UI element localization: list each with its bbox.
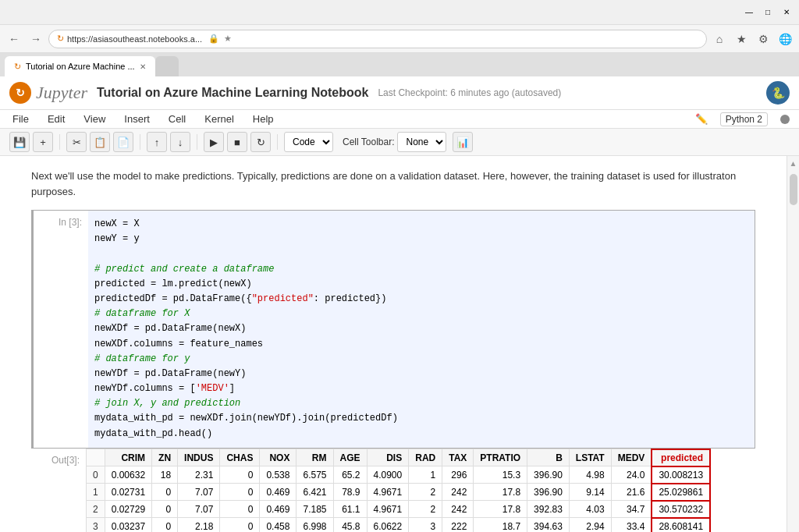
table-header-zn: ZN [152, 449, 178, 466]
code-cell: In [3]: newX = X newY = y # predict and … [31, 210, 755, 449]
table-header-dis: DIS [367, 449, 409, 466]
table-cell: 2.31 [178, 466, 220, 484]
table-cell: 2.94 [569, 518, 611, 532]
scroll-up-arrow[interactable]: ▲ [790, 159, 797, 168]
table-cell: 17.8 [474, 484, 527, 501]
cell-toolbar-select[interactable]: None [397, 132, 446, 152]
table-cell: 17.8 [474, 501, 527, 518]
toolbar-separator-1 [59, 134, 60, 150]
code-line-11: newYDf = pd.DataFrame(newY) [94, 367, 748, 381]
table-header-tax: TAX [442, 449, 474, 466]
table-cell: 0.02729 [105, 501, 151, 518]
active-tab[interactable]: ↻ Tutorial on Azure Machine ... ✕ [5, 56, 155, 76]
toolbar-separator-3 [197, 134, 197, 150]
toolbar-separator-4 [277, 134, 278, 150]
settings-icon[interactable]: ⚙ [754, 30, 772, 48]
predicted-cell: 28.608141 [652, 518, 710, 532]
menu-kernel[interactable]: Kernel [201, 112, 237, 126]
menu-view[interactable]: View [80, 112, 108, 126]
table-header-crim: CRIM [105, 449, 151, 466]
window-controls: — □ ✕ [743, 6, 793, 19]
table-cell: 0 [152, 518, 178, 532]
table-cell: 0.03237 [105, 518, 151, 532]
toolbar-separator-2 [140, 134, 140, 150]
table-cell: 0 [152, 501, 178, 518]
table-cell: 2 [409, 484, 442, 501]
table-cell: 392.83 [527, 501, 570, 518]
table-header-age: AGE [333, 449, 367, 466]
restore-button[interactable]: □ [762, 6, 774, 19]
move-up-button[interactable]: ↑ [147, 132, 167, 152]
cell-type-select[interactable]: Code [284, 132, 333, 152]
code-line-13: # join X, y and prediction [94, 396, 748, 411]
cut-button[interactable]: ✂ [66, 132, 87, 152]
right-scrollbar[interactable]: ▲ [787, 156, 799, 532]
menu-cell[interactable]: Cell [165, 112, 189, 126]
table-cell: 33.4 [611, 518, 652, 532]
table-cell: 4.03 [569, 501, 611, 518]
code-line-14: mydata_with_pd = newXDf.join(newYDf).joi… [94, 411, 748, 426]
scroll-thumb[interactable] [790, 174, 797, 205]
table-cell: 0 [152, 484, 178, 501]
table-cell: 6.575 [297, 466, 333, 484]
table-row: 10.0273107.0700.4696.42178.94.9671224217… [87, 484, 711, 501]
table-cell: 396.90 [527, 466, 570, 484]
predicted-cell: 30.570232 [652, 501, 710, 518]
paste-button[interactable]: 📄 [113, 132, 133, 152]
table-cell: 2.18 [178, 518, 220, 532]
python-badge: 🐍 [766, 81, 790, 105]
cell-toolbar-label: Cell Toolbar: [343, 137, 394, 147]
checkpoint-info: Last Checkpoint: 6 minutes ago (autosave… [378, 87, 561, 98]
add-cell-button[interactable]: + [33, 132, 53, 152]
tab-loading-icon: ↻ [14, 62, 21, 72]
notebook-title[interactable]: Tutorial on Azure Machine Learning Noteb… [97, 86, 368, 100]
back-button[interactable]: ← [5, 30, 23, 48]
tab-label: Tutorial on Azure Machine ... [26, 62, 135, 71]
cell-in-label: In [3]: [34, 211, 88, 448]
table-row: 20.0272907.0700.4697.18561.14.9671224217… [87, 501, 711, 518]
table-header-lstat: LSTAT [569, 449, 611, 466]
new-tab[interactable] [155, 56, 179, 76]
table-cell: 4.9671 [367, 484, 409, 501]
interrupt-button[interactable]: ■ [227, 132, 247, 152]
favorites-icon[interactable]: ★ [732, 30, 751, 48]
browser-titlebar: — □ ✕ [0, 0, 799, 25]
cell-code-content[interactable]: newX = X newY = y # predict and create a… [88, 211, 755, 448]
table-cell: 3 [87, 518, 105, 532]
table-cell: 2 [87, 501, 105, 518]
table-cell: 6.998 [297, 518, 333, 532]
table-cell: 4.9671 [367, 501, 409, 518]
menu-edit[interactable]: Edit [44, 112, 68, 126]
table-header-row: CRIM ZN INDUS CHAS NOX RM AGE DIS RAD TA… [87, 449, 711, 466]
table-cell: 0.469 [260, 501, 297, 518]
copy-button[interactable]: 📋 [90, 132, 110, 152]
table-cell: 0 [220, 484, 260, 501]
jupyter-logo-icon: ↻ [9, 82, 31, 104]
forward-button[interactable]: → [27, 30, 45, 48]
tab-close-button[interactable]: ✕ [140, 62, 146, 71]
restart-button[interactable]: ↻ [250, 132, 271, 152]
kernel-badge: Python 2 [720, 112, 768, 126]
save-button[interactable]: 💾 [9, 132, 30, 152]
text-block: Next we'll use the model to make predict… [31, 168, 755, 199]
move-down-button[interactable]: ↓ [170, 132, 190, 152]
table-cell: 21.6 [611, 484, 652, 501]
home-icon[interactable]: ⌂ [710, 30, 729, 48]
table-cell: 0 [87, 466, 105, 484]
table-cell: 0.469 [260, 484, 297, 501]
table-row: 00.00632182.3100.5386.57565.24.090012961… [87, 466, 711, 484]
table-cell: 0 [220, 518, 260, 532]
windows-icon[interactable]: 🌐 [776, 30, 794, 48]
menu-insert[interactable]: Insert [121, 112, 153, 126]
minimize-button[interactable]: — [743, 6, 755, 19]
address-bar[interactable]: ↻ https://asiasoutheast.notebooks.a... 🔒… [48, 30, 707, 48]
chart-button[interactable]: 📊 [453, 132, 473, 152]
menu-help[interactable]: Help [250, 112, 277, 126]
menu-file[interactable]: File [9, 112, 32, 126]
dataframe-table: CRIM ZN INDUS CHAS NOX RM AGE DIS RAD TA… [86, 449, 711, 532]
logo-symbol: ↻ [16, 87, 25, 99]
close-button[interactable]: ✕ [780, 6, 793, 19]
table-row: 30.0323702.1800.4586.99845.86.0622322218… [87, 518, 711, 532]
table-header-medv: MEDV [611, 449, 652, 466]
run-button[interactable]: ▶ [204, 132, 224, 152]
